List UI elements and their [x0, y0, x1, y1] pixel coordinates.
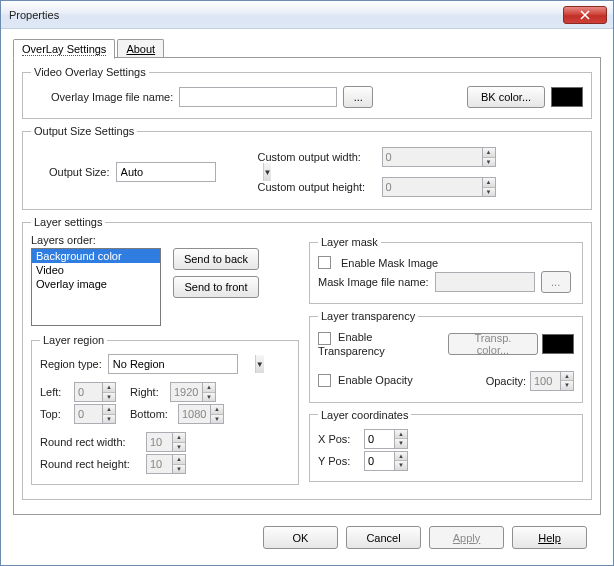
top-label: Top:: [40, 408, 68, 420]
spin-down-icon[interactable]: ▼: [483, 158, 495, 167]
custom-width-label: Custom output width:: [258, 151, 376, 163]
apply-button[interactable]: Apply: [429, 526, 504, 549]
enable-transparency-checkbox[interactable]: [318, 332, 331, 345]
overlay-file-label: Overlay Image file name:: [51, 91, 173, 103]
list-item[interactable]: Video: [32, 263, 160, 277]
bottom-spinner[interactable]: ▲▼: [178, 404, 224, 424]
custom-height-spinner[interactable]: ▲▼: [382, 177, 496, 197]
close-icon: [580, 10, 590, 20]
help-button[interactable]: Help: [512, 526, 587, 549]
opacity-spinner[interactable]: ▲▼: [530, 371, 574, 391]
layers-order-label: Layers order:: [31, 234, 299, 246]
bk-color-button[interactable]: BK color...: [467, 86, 545, 108]
overlay-file-input[interactable]: [179, 87, 337, 107]
layer-settings-legend: Layer settings: [31, 216, 105, 228]
mask-file-browse-button[interactable]: ...: [541, 271, 571, 293]
right-label: Right:: [130, 386, 164, 398]
mask-file-input[interactable]: [435, 272, 535, 292]
output-size-legend: Output Size Settings: [31, 125, 137, 137]
layer-coordinates-group: Layer coordinates X Pos: ▲▼ Y Pos: ▲▼: [309, 409, 583, 482]
video-overlay-group: Video Overlay Settings Overlay Image fil…: [22, 66, 592, 119]
spin-up-icon[interactable]: ▲: [483, 148, 495, 158]
bk-color-swatch: [551, 87, 583, 107]
layer-settings-group: Layer settings Layers order: Background …: [22, 216, 592, 500]
dialog-footer: OK Cancel Apply Help: [13, 515, 601, 559]
layer-transparency-legend: Layer transparency: [318, 310, 418, 322]
layer-mask-group: Layer mask Enable Mask Image Mask Image …: [309, 236, 583, 304]
transp-color-swatch: [542, 334, 574, 354]
rrw-spinner[interactable]: ▲▼: [146, 432, 186, 452]
ypos-spinner[interactable]: ▲▼: [364, 451, 408, 471]
opacity-label: Opacity:: [486, 375, 526, 387]
window-title: Properties: [9, 9, 563, 21]
region-type-label: Region type:: [40, 358, 102, 370]
layer-mask-legend: Layer mask: [318, 236, 381, 248]
enable-opacity-checkbox[interactable]: [318, 374, 331, 387]
content-area: OverLay Settings About Video Overlay Set…: [1, 29, 613, 565]
cancel-button[interactable]: Cancel: [346, 526, 421, 549]
layer-coordinates-legend: Layer coordinates: [318, 409, 411, 421]
mask-file-label: Mask Image file name:: [318, 276, 429, 288]
list-item[interactable]: Overlay image: [32, 277, 160, 291]
spin-down-icon[interactable]: ▼: [483, 188, 495, 197]
top-spinner[interactable]: ▲▼: [74, 404, 116, 424]
enable-mask-label: Enable Mask Image: [341, 257, 438, 269]
output-size-select[interactable]: ▼: [116, 162, 216, 182]
enable-mask-checkbox[interactable]: [318, 256, 331, 269]
layers-order-list[interactable]: Background color Video Overlay image: [31, 248, 161, 326]
custom-height-label: Custom output height:: [258, 181, 376, 193]
tab-panel: Video Overlay Settings Overlay Image fil…: [13, 57, 601, 515]
send-to-front-button[interactable]: Send to front: [173, 276, 259, 298]
spin-up-icon[interactable]: ▲: [483, 178, 495, 188]
layer-transparency-group: Layer transparency Enable Transparency T…: [309, 310, 583, 403]
xpos-spinner[interactable]: ▲▼: [364, 429, 408, 449]
layer-region-legend: Layer region: [40, 334, 107, 346]
output-size-value: [117, 163, 263, 181]
layer-region-group: Layer region Region type: ▼ Left: ▲▼: [31, 334, 299, 485]
enable-opacity-label: Enable Opacity: [338, 374, 413, 386]
left-spinner[interactable]: ▲▼: [74, 382, 116, 402]
rrw-label: Round rect width:: [40, 436, 140, 448]
overlay-file-browse-button[interactable]: ...: [343, 86, 373, 108]
bottom-label: Bottom:: [130, 408, 172, 420]
rrh-spinner[interactable]: ▲▼: [146, 454, 186, 474]
output-size-group: Output Size Settings Output Size: ▼ Cust…: [22, 125, 592, 210]
tabstrip: OverLay Settings About: [13, 39, 601, 58]
chevron-down-icon[interactable]: ▼: [255, 355, 264, 373]
titlebar: Properties: [1, 1, 613, 29]
tab-about[interactable]: About: [117, 39, 164, 58]
tab-overlay-settings[interactable]: OverLay Settings: [13, 39, 115, 59]
send-to-back-button[interactable]: Send to back: [173, 248, 259, 270]
custom-width-spinner[interactable]: ▲▼: [382, 147, 496, 167]
ok-button[interactable]: OK: [263, 526, 338, 549]
left-label: Left:: [40, 386, 68, 398]
properties-window: Properties OverLay Settings About Video …: [0, 0, 614, 566]
close-button[interactable]: [563, 6, 607, 24]
video-overlay-legend: Video Overlay Settings: [31, 66, 149, 78]
region-type-select[interactable]: ▼: [108, 354, 238, 374]
xpos-label: X Pos:: [318, 433, 358, 445]
rrh-label: Round rect height:: [40, 458, 140, 470]
output-size-label: Output Size:: [49, 166, 110, 178]
right-spinner[interactable]: ▲▼: [170, 382, 216, 402]
ypos-label: Y Pos:: [318, 455, 358, 467]
list-item[interactable]: Background color: [32, 249, 160, 263]
transp-color-button[interactable]: Transp. color...: [448, 333, 538, 355]
